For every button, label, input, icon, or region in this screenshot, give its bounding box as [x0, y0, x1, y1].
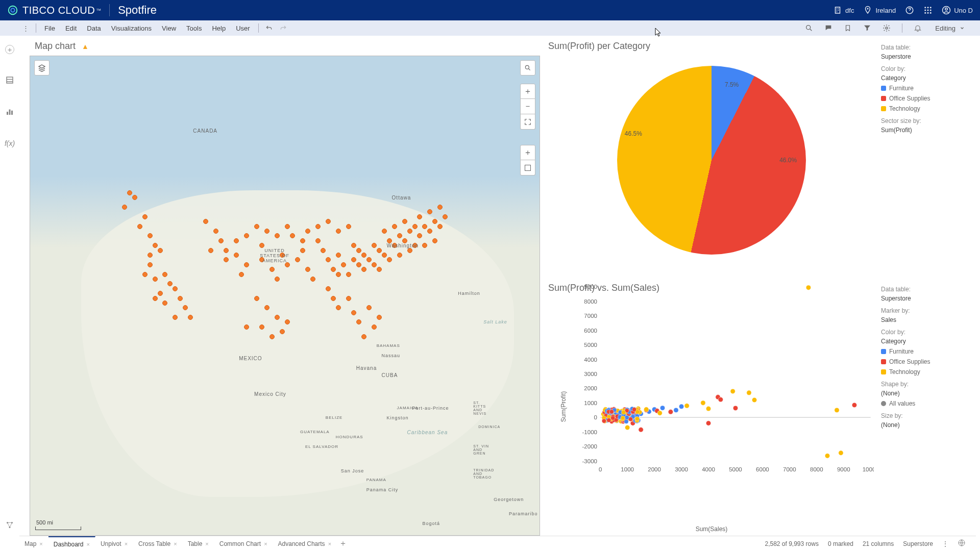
org-switcher[interactable]: dfc	[833, 6, 854, 15]
org-label: dfc	[845, 7, 854, 14]
page-tab[interactable]: Advanced Charts×	[273, 536, 337, 551]
find-button[interactable]	[805, 24, 813, 32]
notifications-button[interactable]	[914, 24, 922, 32]
status-columns: 21 columns	[863, 540, 894, 547]
close-icon[interactable]: ×	[39, 541, 42, 547]
map-label-sanjose: San Jose	[341, 468, 364, 473]
menu-user[interactable]: User	[231, 24, 255, 32]
bookmark-button[interactable]	[844, 24, 852, 32]
svg-point-112	[835, 408, 839, 412]
map-label-panama: PANAMA	[366, 478, 386, 482]
map-chart[interactable]: CANADA UNITED STATES OF AMERICA MEXICO O…	[30, 56, 540, 536]
menu-help[interactable]: Help	[207, 24, 231, 32]
map-label-trinidad: TRINIDAD AND TOBAGO	[473, 468, 499, 479]
menu-view[interactable]: View	[157, 24, 181, 32]
close-icon[interactable]: ×	[87, 541, 90, 547]
page-tab[interactable]: Map×	[19, 536, 48, 551]
comment-button[interactable]	[824, 24, 832, 32]
page-tab[interactable]: Unpivot×	[95, 536, 133, 551]
svg-rect-2	[836, 7, 840, 13]
svg-point-105	[701, 400, 705, 405]
legend-item[interactable]: Office Supplies	[881, 357, 974, 366]
analytics-panel-button[interactable]	[4, 106, 15, 117]
map-label-georgetown: Georgetown	[494, 497, 524, 502]
page-tab[interactable]: Table×	[183, 536, 214, 551]
map-rect-select[interactable]	[520, 160, 535, 176]
apps-button[interactable]	[923, 6, 933, 15]
map-label-bogota: Bogotá	[422, 521, 440, 526]
apps-grid-icon	[923, 6, 933, 15]
legend-item[interactable]: Office Supplies	[881, 94, 974, 103]
redo-button[interactable]	[279, 24, 287, 32]
comment-icon	[824, 24, 832, 32]
menu-file[interactable]: File	[39, 24, 60, 32]
warning-icon[interactable]: ▲	[82, 42, 89, 51]
map-title-bar: Map chart ▲	[19, 36, 540, 56]
svg-point-225	[625, 415, 629, 419]
legend-item[interactable]: Furniture	[881, 347, 974, 356]
svg-point-82	[639, 428, 643, 432]
close-icon[interactable]: ×	[125, 541, 128, 547]
map-label-dominica: DOMINICA	[478, 425, 500, 429]
menu-tools[interactable]: Tools	[181, 24, 207, 32]
location-switcher[interactable]: Ireland	[863, 6, 896, 15]
svg-text:10000: 10000	[863, 466, 874, 472]
legend-item[interactable]: Technology	[881, 104, 974, 113]
mode-switcher[interactable]: Editing	[930, 22, 970, 34]
fx-button[interactable]: f(x)	[4, 138, 15, 149]
svg-text:6000: 6000	[584, 328, 597, 334]
settings-button[interactable]	[883, 24, 891, 32]
add-button[interactable]: ＋	[5, 45, 14, 54]
map-zoom-in[interactable]: ＋	[520, 84, 535, 99]
svg-point-226	[602, 419, 606, 423]
user-menu[interactable]: Uno D	[942, 6, 973, 15]
svg-point-1	[11, 8, 14, 12]
menu-visualizations[interactable]: Visualizations	[106, 24, 157, 32]
legend-item[interactable]: Technology	[881, 367, 974, 377]
collaboration-button[interactable]	[4, 519, 15, 531]
svg-text:9000: 9000	[837, 466, 850, 472]
scatter-chart[interactable]: -3000-2000-10000100020003000400050006000…	[575, 284, 874, 476]
status-globe[interactable]	[958, 539, 966, 548]
filter-button[interactable]	[863, 24, 871, 32]
legend-item[interactable]: Furniture	[881, 84, 974, 93]
page-tab[interactable]: Cross Table×	[133, 536, 183, 551]
map-layers-button[interactable]	[34, 60, 50, 76]
map-label-hamilton: Hamilton	[458, 291, 480, 296]
svg-text:8000: 8000	[584, 298, 597, 305]
left-toolbar: ＋ f(x)	[0, 36, 19, 536]
data-panel-button[interactable]	[4, 74, 15, 86]
undo-button[interactable]	[265, 24, 273, 32]
add-page-button[interactable]: ＋	[337, 538, 349, 549]
close-icon[interactable]: ×	[264, 541, 267, 547]
page-tab[interactable]: Dashboard×	[48, 536, 95, 551]
page-tab[interactable]: Common Chart×	[214, 536, 273, 551]
pie-label-office: 46.0%	[779, 157, 797, 164]
svg-point-106	[706, 406, 710, 411]
help-button[interactable]	[905, 6, 914, 15]
svg-point-10	[930, 10, 932, 11]
svg-point-12	[927, 12, 929, 14]
menu-data[interactable]: Data	[82, 24, 106, 32]
redo-icon	[279, 24, 287, 32]
close-icon[interactable]: ×	[328, 541, 331, 547]
pie-chart[interactable]: 7.5% 46.0% 46.5%	[617, 66, 806, 255]
map-reset[interactable]	[520, 114, 535, 130]
svg-point-13	[930, 12, 932, 14]
menu-edit[interactable]: Edit	[60, 24, 82, 32]
brand-product: Spotfire	[118, 4, 157, 17]
close-icon[interactable]: ×	[174, 541, 177, 547]
chevron-down-icon	[960, 26, 965, 31]
drag-handle-icon[interactable]: ⋮	[21, 24, 30, 32]
status-menu[interactable]: ⋮	[942, 540, 948, 547]
svg-point-86	[706, 421, 710, 425]
network-icon	[5, 520, 14, 530]
close-icon[interactable]: ×	[205, 541, 208, 547]
svg-text:5000: 5000	[584, 342, 597, 348]
map-label-guatemala: GUATEMALA	[300, 430, 330, 434]
map-add-marker[interactable]: ＋	[520, 145, 535, 160]
user-avatar-icon	[942, 6, 951, 15]
map-zoom-out[interactable]: －	[520, 99, 535, 114]
svg-point-230	[621, 416, 625, 420]
map-search-button[interactable]	[520, 60, 535, 76]
